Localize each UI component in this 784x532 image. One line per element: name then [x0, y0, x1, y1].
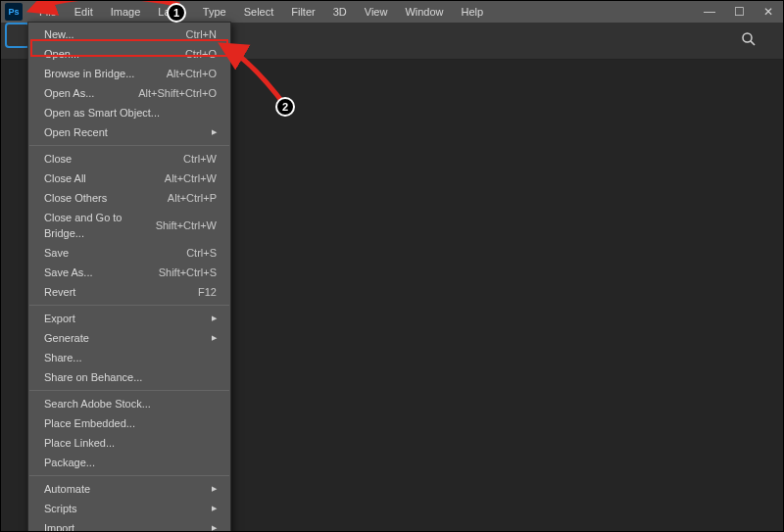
file-menu-scripts[interactable]: Scripts	[28, 499, 230, 518]
maximize-button[interactable]: ☐	[724, 1, 754, 23]
menu-window[interactable]: Window	[396, 3, 452, 21]
menu-item-shortcut: Ctrl+S	[186, 245, 217, 261]
file-menu-close-and-go-to-bridge[interactable]: Close and Go to Bridge...Shift+Ctrl+W	[28, 208, 230, 243]
annotation-bubble-1: 1	[167, 3, 186, 23]
menu-item-label: Browse in Bridge...	[44, 66, 134, 81]
menu-select[interactable]: Select	[235, 3, 283, 21]
menu-item-label: New...	[44, 26, 74, 42]
file-menu-export[interactable]: Export	[28, 309, 230, 328]
menu-item-shortcut: Alt+Ctrl+W	[165, 170, 217, 186]
file-menu-package[interactable]: Package...	[28, 453, 230, 472]
menu-item-shortcut: Shift+Ctrl+W	[156, 218, 217, 233]
menu-item-label: Place Linked...	[44, 435, 115, 451]
close-button[interactable]: ✕	[754, 1, 783, 23]
menu-item-label: Close and Go to Bridge...	[44, 210, 156, 241]
menu-item-label: Close	[44, 151, 72, 167]
minimize-button[interactable]: —	[695, 1, 724, 23]
file-menu-share-on-behance[interactable]: Share on Behance...	[28, 367, 230, 387]
menu-3d[interactable]: 3D	[324, 3, 356, 21]
menu-separator	[29, 390, 229, 391]
menu-item-label: Scripts	[44, 501, 77, 516]
file-menu-search-adobe-stock[interactable]: Search Adobe Stock...	[28, 394, 230, 413]
menu-help[interactable]: Help	[453, 3, 493, 21]
file-menu-automate[interactable]: Automate	[28, 479, 230, 499]
menu-edit[interactable]: Edit	[66, 3, 102, 21]
menubar: FileEditImageLayerTypeSelectFilter3DView…	[26, 1, 492, 23]
menu-item-label: Export	[44, 311, 75, 326]
menu-image[interactable]: Image	[102, 3, 150, 21]
search-button[interactable]	[740, 30, 758, 52]
menu-item-label: Revert	[44, 284, 75, 300]
menu-item-label: Share on Behance...	[44, 369, 142, 385]
file-menu-save-as[interactable]: Save As...Shift+Ctrl+S	[28, 263, 230, 282]
file-menu-place-linked[interactable]: Place Linked...	[28, 433, 230, 453]
menu-type[interactable]: Type	[194, 3, 235, 21]
menu-file[interactable]: File	[30, 3, 66, 21]
menu-item-label: Save As...	[44, 265, 93, 280]
menu-item-shortcut: Alt+Ctrl+P	[168, 190, 217, 206]
file-menu-save[interactable]: SaveCtrl+S	[28, 243, 230, 263]
app-icon-text: Ps	[8, 7, 19, 17]
menu-item-label: Search Adobe Stock...	[44, 396, 151, 411]
menu-item-shortcut: Shift+Ctrl+S	[159, 265, 217, 280]
menu-item-shortcut: Alt+Shift+Ctrl+O	[138, 85, 217, 101]
file-menu-revert[interactable]: RevertF12	[28, 282, 230, 302]
menu-item-shortcut: Ctrl+W	[183, 151, 217, 167]
file-menu-open-as[interactable]: Open As...Alt+Shift+Ctrl+O	[28, 83, 230, 103]
file-menu-open-recent[interactable]: Open Recent	[28, 122, 230, 142]
menu-item-shortcut: Ctrl+O	[185, 46, 217, 62]
file-menu-share[interactable]: Share...	[28, 348, 230, 367]
window-controls: — ☐ ✕	[695, 1, 783, 23]
menu-view[interactable]: View	[356, 3, 397, 21]
file-menu-import[interactable]: Import	[28, 518, 230, 532]
search-icon	[740, 30, 758, 48]
menu-filter[interactable]: Filter	[282, 3, 323, 21]
menu-separator	[29, 145, 229, 146]
menu-item-label: Open...	[44, 46, 79, 62]
menu-item-label: Place Embedded...	[44, 415, 135, 431]
file-menu-new[interactable]: New...Ctrl+N	[28, 24, 230, 44]
file-menu-close-all[interactable]: Close AllAlt+Ctrl+W	[28, 169, 230, 188]
menu-item-label: Close Others	[44, 190, 107, 206]
file-menu-open-as-smart-object[interactable]: Open as Smart Object...	[28, 103, 230, 122]
file-menu-close-others[interactable]: Close OthersAlt+Ctrl+P	[28, 188, 230, 208]
menu-item-label: Automate	[44, 481, 90, 497]
menu-item-shortcut: Ctrl+N	[186, 26, 217, 42]
file-menu-dropdown: New...Ctrl+NOpen...Ctrl+OBrowse in Bridg…	[27, 22, 231, 532]
file-menu-generate[interactable]: Generate	[28, 328, 230, 348]
menu-separator	[29, 305, 229, 306]
app-icon: Ps	[5, 3, 23, 21]
file-menu-close[interactable]: CloseCtrl+W	[28, 149, 230, 169]
menu-item-label: Share...	[44, 350, 82, 365]
menu-item-label: Open as Smart Object...	[44, 105, 160, 121]
annotation-bubble-2: 2	[275, 97, 295, 117]
svg-point-0	[743, 33, 752, 42]
menu-item-label: Open As...	[44, 85, 94, 101]
menu-item-shortcut: Alt+Ctrl+O	[167, 66, 217, 81]
menu-item-label: Generate	[44, 330, 89, 346]
titlebar-left: Ps FileEditImageLayerTypeSelectFilter3DV…	[1, 1, 492, 23]
menu-item-shortcut: F12	[198, 284, 217, 300]
titlebar: Ps FileEditImageLayerTypeSelectFilter3DV…	[1, 1, 783, 23]
file-menu-browse-in-bridge[interactable]: Browse in Bridge...Alt+Ctrl+O	[28, 64, 230, 83]
menu-item-label: Package...	[44, 455, 95, 470]
menu-item-label: Save	[44, 245, 69, 261]
menu-item-label: Open Recent	[44, 124, 108, 140]
menu-separator	[29, 475, 229, 476]
file-menu-open[interactable]: Open...Ctrl+O	[28, 44, 230, 64]
svg-line-1	[751, 40, 755, 44]
menu-item-label: Close All	[44, 170, 86, 186]
file-menu-place-embedded[interactable]: Place Embedded...	[28, 413, 230, 433]
menu-item-label: Import	[44, 520, 74, 532]
